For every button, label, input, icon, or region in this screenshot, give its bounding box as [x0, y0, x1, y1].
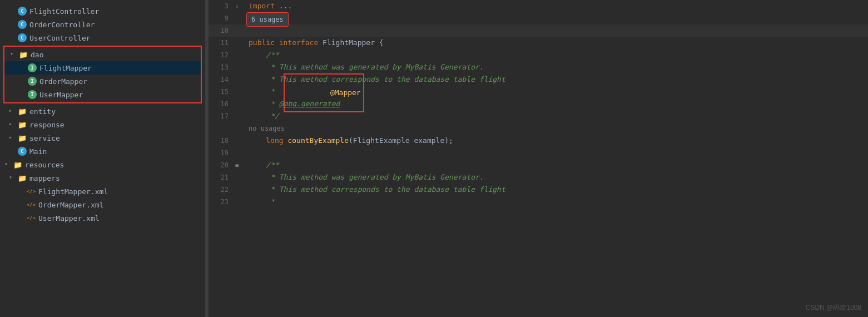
item-label: OrderController [29, 21, 95, 29]
tree-item-flight-mapper[interactable]: I FlightMapper [4, 61, 201, 75]
tree-item-flight-mapper-xml[interactable]: </> FlightMapper.xml [0, 185, 205, 198]
class-icon: C [18, 7, 27, 16]
item-label: FlightMapper.xml [38, 187, 108, 196]
tree-item-response[interactable]: 📁 response [0, 118, 205, 131]
class-icon: C [18, 20, 27, 29]
folder-icon: 📁 [13, 160, 22, 169]
tree-item-main[interactable]: C Main [0, 145, 205, 158]
tree-item-flight-controller[interactable]: C FlightController [0, 4, 205, 18]
tree-item-order-controller[interactable]: C OrderController [0, 18, 205, 31]
code-line-17: 17 */ [209, 110, 868, 122]
line-content: * [246, 196, 868, 208]
item-label: UserController [29, 34, 91, 42]
code-line-20: 20 ≡ /** [209, 159, 868, 171]
tree-item-user-controller[interactable]: C UserController [0, 31, 205, 44]
tree-item-user-mapper[interactable]: I UserMapper [4, 88, 201, 101]
tree-item-resources[interactable]: 📁 resources [0, 158, 205, 171]
arrow-closed-icon [9, 134, 17, 142]
code-line-10: 10 6 usages @Mapper [209, 24, 868, 37]
interface-icon: I [28, 77, 37, 86]
arrow-open-icon [10, 51, 18, 58]
line-number: 11 [209, 37, 235, 49]
item-label: OrderMapper.xml [38, 201, 103, 209]
line-number: 12 [209, 49, 235, 61]
interface-icon: I [28, 90, 37, 99]
arrow-closed-icon [9, 107, 17, 115]
item-label: OrderMapper [39, 77, 87, 86]
line-content: * This method corresponds to the databas… [246, 73, 868, 86]
code-line-15: 15 * [209, 86, 868, 98]
arrow-open-icon [4, 161, 12, 169]
tree-item-order-mapper[interactable]: I OrderMapper [4, 75, 201, 88]
line-content: /** [246, 49, 868, 61]
file-tree[interactable]: C FlightController C OrderController C U… [0, 0, 206, 317]
code-line-11: 11 public interface FlightMapper { [209, 37, 868, 49]
xml-icon: </> [27, 187, 36, 196]
folder-icon: 📁 [18, 120, 27, 129]
line-number: 23 [209, 196, 235, 208]
line-content: public interface FlightMapper { [246, 37, 868, 49]
code-line-23: 23 * [209, 196, 868, 208]
code-line-9: 9 [209, 12, 868, 24]
item-label: entity [29, 107, 56, 116]
line-content: */ [246, 110, 868, 122]
folder-icon: 📁 [18, 133, 27, 142]
tree-item-mappers[interactable]: 📁 mappers [0, 171, 205, 185]
item-label: Main [29, 147, 47, 156]
line-gutter: › [235, 0, 246, 13]
item-label: mappers [29, 174, 60, 182]
line-content: * This method was generated by MyBatis G… [246, 61, 868, 73]
code-line-13: 13 * This method was generated by MyBati… [209, 61, 868, 73]
line-content: import ... [246, 0, 868, 12]
line-number: 17 [209, 110, 235, 122]
class-icon: C [18, 147, 27, 156]
line-number: 3 [209, 0, 235, 12]
line-content: * [246, 86, 868, 98]
watermark: CSDN @码农1008 [806, 303, 861, 313]
item-label: response [29, 121, 65, 129]
item-label: FlightMapper [39, 64, 92, 72]
code-line-21: 21 * This method was generated by MyBati… [209, 171, 868, 184]
arrow-closed-icon [9, 121, 17, 128]
line-number: 19 [209, 147, 235, 159]
dao-highlight-box: 📁 dao I FlightMapper I OrderMapper I Use… [3, 46, 202, 103]
item-label: resources [25, 161, 64, 169]
line-number: 18 [209, 135, 235, 147]
xml-icon: </> [27, 200, 36, 209]
code-content: 3 › import ... 9 10 6 usages @Mapper [209, 0, 868, 208]
line-number: 21 [209, 171, 235, 184]
xml-icon: </> [27, 214, 36, 222]
code-editor[interactable]: 3 › import ... 9 10 6 usages @Mapper [209, 0, 868, 317]
line-content: long countByExample(FlightExample exampl… [246, 135, 868, 147]
tree-item-service[interactable]: 📁 service [0, 131, 205, 145]
code-line-16: 16 * @mbg.generated [209, 98, 868, 110]
code-line-19: 19 [209, 147, 868, 159]
line-number: 9 [209, 12, 235, 24]
item-label: UserMapper.xml [38, 214, 100, 222]
line-number: 13 [209, 61, 235, 73]
item-label: service [29, 134, 60, 142]
line-content: * This method was generated by MyBatis G… [246, 171, 868, 184]
item-label: dao [31, 51, 43, 59]
line-gutter: ≡ [235, 159, 246, 172]
line-number: 10 [209, 24, 235, 37]
usages-popup: 6 usages [246, 12, 289, 27]
line-number: 20 [209, 159, 235, 171]
interface-icon: I [28, 63, 37, 72]
folder-icon: 📁 [19, 50, 28, 59]
line-number: 15 [209, 86, 235, 98]
code-line-3: 3 › import ... [209, 0, 868, 12]
tree-item-order-mapper-xml[interactable]: </> OrderMapper.xml [0, 198, 205, 211]
code-line-22: 22 * This method corresponds to the data… [209, 184, 868, 196]
folder-icon: 📁 [18, 107, 27, 116]
line-content: * This method corresponds to the databas… [246, 184, 868, 196]
folder-icon: 📁 [18, 174, 27, 182]
line-content: * @mbg.generated [246, 98, 868, 110]
line-number: 14 [209, 73, 235, 86]
tree-item-entity[interactable]: 📁 entity [0, 105, 205, 118]
line-number: 22 [209, 184, 235, 196]
tree-item-user-mapper-xml[interactable]: </> UserMapper.xml [0, 211, 205, 225]
line-content: no usages [246, 122, 868, 135]
item-label: FlightController [29, 7, 99, 16]
tree-item-dao[interactable]: 📁 dao [4, 48, 201, 61]
